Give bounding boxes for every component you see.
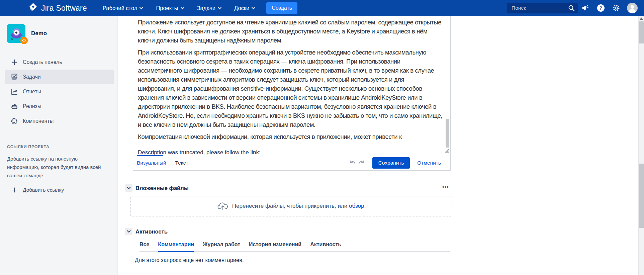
attachments-header: Вложенные файлы [125,184,189,192]
sidebar-item-releases[interactable]: Релизы [0,99,117,114]
project-header: Demo [0,16,117,43]
save-button[interactable]: Сохранить [372,157,410,169]
chevron-down-icon [127,230,131,233]
undo-button[interactable] [348,159,357,167]
no-comments-message: Для этого запроса еще нет комментариев. [135,257,244,263]
avatar [627,3,638,13]
editor-mode-tabs: Визуальный Текст [137,160,188,166]
plus-icon [10,59,18,66]
truncation-note: Description was truncated, please follow… [138,148,443,155]
description-editor-box: Приложение использует доступное на чтени… [133,16,451,171]
tab-worklog[interactable]: Журнал работ [203,242,240,252]
activity-header: Активность [125,228,168,235]
sidebar-item-label: Компоненты [23,118,54,124]
collapse-activity-button[interactable] [125,228,132,235]
project-links-description: Добавить ссылку на полезную информацию, … [7,155,109,180]
nav-boards[interactable]: Доски [228,0,262,16]
scroll-up-arrow[interactable] [640,17,643,20]
gear-icon [612,4,621,12]
tab-text[interactable]: Текст [175,160,188,166]
search-input[interactable] [507,5,590,11]
chevron-down-icon [252,7,255,9]
nav-label: Рабочий стол [103,5,137,11]
nav-issues[interactable]: Задачи [191,0,228,16]
editor-footer: Визуальный Текст Сохранить Отм [133,155,450,170]
cancel-button[interactable]: Отменить [415,160,443,166]
code-icon [22,38,26,42]
components-icon [10,117,18,125]
releases-icon [10,102,18,110]
description-paragraph: Компрометация ключевой информации, котор… [138,132,443,141]
settings-button[interactable] [609,0,624,16]
description-editor[interactable]: Приложение использует доступное на чтени… [133,16,445,155]
activity-title: Активность [135,228,168,235]
description-paragraph: Приложение использует доступное на чтени… [138,18,443,45]
help-icon: ? [596,4,605,12]
chevron-down-icon [140,7,143,9]
active-tab-indicator [137,155,163,156]
jira-logo[interactable]: Jira Software [28,2,87,14]
sidebar-item-label: Отчеты [23,89,41,95]
upload-cloud-icon [217,202,228,211]
editor-scrollbar-thumb[interactable] [446,119,449,148]
project-name: Demo [31,30,47,37]
project-avatar[interactable] [7,24,25,43]
project-sidebar: Demo Создать панель Задачи [0,16,118,275]
file-dropzone[interactable]: Перенесите файлы, чтобы прикрепить, или … [130,196,452,216]
user-menu[interactable] [625,0,640,16]
page-scrollbar [638,16,644,275]
plus-icon [10,187,18,193]
search-icon [568,4,575,13]
scrollbar-thumb[interactable] [639,164,644,228]
nav-projects[interactable]: Проекты [150,0,190,16]
dropzone-suffix: . [364,203,366,209]
svg-text:?: ? [600,5,603,11]
chevron-down-icon [181,7,184,9]
collapse-attachments-button[interactable] [125,184,132,192]
undo-icon [349,160,356,166]
tab-comments[interactable]: Комментарии [158,242,194,252]
sidebar-item-issues[interactable]: Задачи [5,70,114,84]
jira-app: Jira Software Рабочий стол Проекты Задач… [0,0,644,275]
nav-label: Проекты [156,5,178,11]
nav-label: Доски [234,5,249,11]
sidebar-item-reports[interactable]: Отчеты [0,84,117,99]
description-paragraph: При использовании криптографических опер… [138,48,443,129]
resize-grip-icon[interactable] [445,149,450,155]
add-link-label: Добавить ссылку [23,187,64,193]
browse-files-link[interactable]: обзор [349,203,364,209]
tab-visual[interactable]: Визуальный [137,160,166,166]
sidebar-item-label: Релизы [23,103,41,109]
jira-diamond-icon [28,2,38,14]
chevron-down-icon [218,7,221,9]
tab-activity[interactable]: Активность [310,242,341,252]
project-links-title: ССЫЛКИ ПРОЕКТА [7,145,117,149]
logo-text: Jira Software [41,4,87,13]
sidebar-item-create-board[interactable]: Создать панель [0,55,117,70]
nav-dashboards[interactable]: Рабочий стол [96,0,150,16]
sidebar-item-components[interactable]: Компоненты [0,114,117,128]
search-box [507,3,578,13]
attachments-more-button[interactable]: ••• [442,184,449,190]
navbar-right: ? [507,0,640,16]
sidebar-item-label: Создать панель [23,59,62,65]
sidebar-item-label: Задачи [23,74,41,80]
chevron-down-icon [127,187,131,189]
issues-icon [10,73,18,81]
dropzone-text: Перенесите файлы, чтобы прикрепить, или … [232,203,366,209]
help-button[interactable]: ? [593,0,609,16]
attachments-title: Вложенные файлы [135,185,189,191]
main-nav: Рабочий стол Проекты Задачи Доски [96,0,262,16]
top-navbar: Jira Software Рабочий стол Проекты Задач… [0,0,644,16]
dropzone-prefix: Перенесите файлы, чтобы прикрепить, или [232,203,349,209]
redo-button[interactable] [357,159,366,167]
scrollbar-thumb[interactable] [639,21,644,43]
nav-label: Задачи [197,5,215,11]
add-link-button[interactable]: Добавить ссылку [0,187,117,193]
redo-icon [358,160,365,166]
software-project-badge [20,37,28,44]
create-button[interactable]: Создать [266,2,297,14]
reports-icon [10,88,18,96]
tab-history[interactable]: История изменений [249,242,301,252]
tab-all[interactable]: Все [140,242,149,252]
